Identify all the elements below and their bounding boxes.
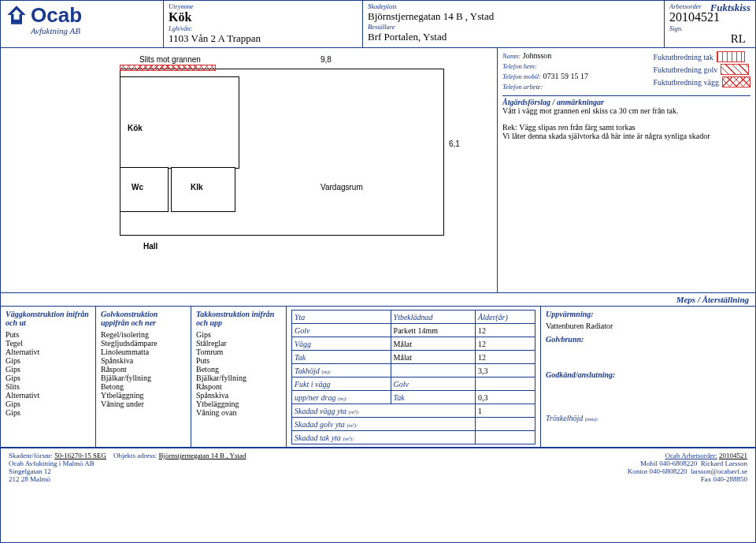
- r-skv: Skadad vägg yta: [295, 407, 346, 415]
- yta-h2: Ytbeklädnad: [391, 311, 475, 324]
- r-upp-v: 0,3: [476, 391, 536, 404]
- u3: (m²):: [349, 409, 360, 415]
- f-obj: Björnstjernegatan 14 B , Ystad: [159, 452, 246, 459]
- construction: Väggkonstruktion inifrån och ut PutsTege…: [1, 307, 755, 448]
- logo: Ocab: [6, 4, 163, 26]
- contact-block: Namn: Johnsson Telefon hem: Telefon mobi…: [502, 51, 648, 92]
- f-arb-lbl: Ocab Arbetsorder:: [665, 452, 717, 459]
- r-tak: Tak: [292, 351, 391, 364]
- legend-golv-label: Fuktutbredning golv: [653, 65, 717, 74]
- page: Fuktskiss Ocab Avfuktning AB Utrymme Kök…: [0, 0, 756, 543]
- yta-table: YtaYtbeklädnadÅlder(år) GolvParkett 14mm…: [291, 310, 536, 444]
- list-item: Bjälkar/fyllning: [101, 374, 186, 382]
- col-tak: Takkonstruktion inifrån och upp GipsStål…: [191, 307, 287, 447]
- r-skt: Skadad tak yta: [295, 433, 341, 442]
- atgard-line2: Rek: Vägg slipas ren från färg samt tork…: [502, 123, 750, 132]
- list-item: Linoleummatta: [101, 348, 186, 356]
- vard-label: Vardagsrum: [321, 183, 363, 192]
- list-item: Tomrum: [196, 348, 281, 356]
- list-item: Betong: [196, 365, 281, 374]
- f-skadenr: 50-16270-15 SEG: [54, 452, 106, 459]
- list-item: Gips: [6, 365, 91, 374]
- f-fax-lbl: Fax: [701, 475, 712, 483]
- list-item: Spånskiva: [101, 356, 186, 365]
- tros-label: Tröskelhöjd: [546, 414, 583, 422]
- wc-label: Wc: [132, 183, 143, 192]
- lgh-value: 1103 Vån 2 A Trappan: [169, 32, 358, 45]
- u1: (m):: [321, 369, 331, 375]
- r-vagg-a: 12: [476, 337, 536, 351]
- meps-bar: Meps / Återställning: [1, 292, 755, 307]
- list-item: Gips: [6, 408, 91, 417]
- list-item: Råspont: [101, 365, 186, 374]
- atgard-heading: Åtgärdsförslag / anmärkningar: [502, 95, 750, 106]
- golv-list: Regel/isoleringStegljudsdämpareLinoleumm…: [101, 330, 186, 408]
- r-takhojd-v: 3,3: [476, 364, 536, 377]
- f-email: larsson@ocabavf.se: [691, 467, 747, 475]
- atgard-line3: Vi låter denna skada självtorka då här i…: [502, 132, 750, 140]
- info-col: Namn: Johnsson Telefon hem: Telefon mobi…: [498, 48, 755, 292]
- vagg-list: PutsTegelAlternativtGipsGipsGipsSlitsAlt…: [6, 330, 91, 417]
- room-kok: [120, 76, 239, 169]
- logo-cell: Ocab Avfuktning AB: [6, 1, 163, 47]
- mid-section: Slits mot grannen Kök Wc Klk Vardagsrum …: [1, 48, 755, 292]
- list-item: Stegljudsdämpare: [101, 339, 186, 348]
- bestallare-value: Brf Portalen, Ystad: [368, 31, 659, 43]
- f-skadenr-lbl: Skadenr/försnr:: [9, 452, 53, 459]
- utrymme-value: Kök: [169, 10, 358, 24]
- namn-label: Namn:: [502, 52, 521, 60]
- r-golv-a: 12: [476, 324, 536, 337]
- f-kontor: 040-6808220: [649, 467, 687, 475]
- dim-width: 9,8: [321, 55, 332, 64]
- r-skv-v: 1: [476, 404, 536, 418]
- vagg-head: Väggkonstruktion inifrån och ut: [6, 310, 91, 327]
- r-golv-b: Parkett 14mm: [391, 324, 475, 337]
- footer-left: Skadenr/försnr: 50-16270-15 SEG Objekts …: [9, 452, 347, 483]
- r-tak-a: 12: [476, 351, 536, 364]
- klk-label: Klk: [191, 183, 203, 192]
- footer-right: Ocab Arbetsorder: 20104521 Mobil 040-680…: [363, 452, 747, 483]
- r-golvcol: Golv: [391, 377, 475, 391]
- f-kontor-lbl: Kontor: [628, 467, 648, 475]
- legend-vagg-swatch: [722, 76, 750, 87]
- list-item: Puts: [196, 356, 281, 365]
- list-item: Alternativt: [6, 348, 91, 356]
- telmob-value: 0731 59 15 17: [543, 72, 589, 80]
- col-skadeplats: Skadeplats Björnstjernegatan 14 B , Ysta…: [362, 1, 664, 47]
- legend-golv-swatch: [721, 64, 749, 75]
- skadeplats-label: Skadeplats: [368, 2, 659, 10]
- legend-block: Fuktutbredning tak Fuktutbredning golv F…: [653, 51, 750, 92]
- tros-unit: (mm):: [585, 416, 598, 422]
- f-addr1: Singelgatan 12: [9, 467, 347, 475]
- list-item: Tegel: [6, 339, 91, 348]
- skadeplats-value: Björnstjernegatan 14 B , Ystad: [368, 10, 659, 23]
- uppv-value: Vattenburen Radiator: [546, 322, 750, 330]
- god-head: Godkänd/anslutning:: [546, 370, 750, 379]
- list-item: Regel/isolering: [101, 330, 186, 339]
- col-golv: Golvkonstruktion uppifrån och ner Regel/…: [96, 307, 191, 447]
- telmob-label: Telefon mobil:: [502, 73, 541, 80]
- list-item: Våning under: [101, 400, 186, 408]
- legend-tak-swatch: [717, 51, 745, 62]
- utrymme-label: Utrymme: [169, 2, 358, 10]
- kok-label: Kök: [128, 124, 143, 132]
- sign-label: Sign.: [669, 24, 746, 32]
- bestallare-label: Beställare: [368, 23, 659, 31]
- room-wc: [120, 167, 169, 212]
- f-company: Ocab Avfuktning i Malmö AB: [9, 459, 347, 467]
- legend-tak-label: Fuktutbredning tak: [653, 53, 713, 61]
- f-name: Rickard Larsson: [701, 459, 747, 467]
- r-tak-b: Målat: [391, 351, 475, 364]
- r-vagg: Vägg: [292, 337, 391, 351]
- telarb-label: Telefon arbete:: [502, 83, 543, 91]
- f-addr2: 212 28 Malmö: [9, 475, 347, 483]
- logo-subtitle: Avfuktning AB: [31, 26, 163, 35]
- col-yta: YtaYtbeklädnadÅlder(år) GolvParkett 14mm…: [287, 307, 541, 447]
- list-item: Spånskiva: [196, 391, 281, 400]
- logo-icon: [6, 4, 28, 26]
- r-golv: Golv: [292, 324, 391, 337]
- r-upp: upp/ner drag: [295, 393, 336, 402]
- footer: Skadenr/försnr: 50-16270-15 SEG Objekts …: [1, 448, 755, 485]
- sign-value: RL: [669, 32, 746, 46]
- r-skg: Skadad golv yta: [295, 420, 345, 429]
